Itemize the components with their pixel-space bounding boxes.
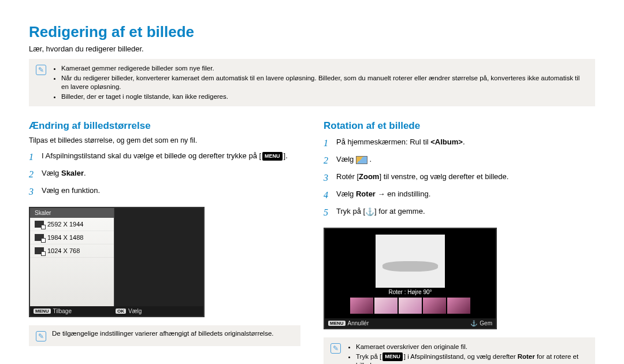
step-number: 5	[324, 206, 336, 220]
lcd-menu-item[interactable]: 1984 X 1488	[30, 231, 114, 244]
top-note-item: Kameraet gemmer redigerede billeder som …	[61, 64, 588, 73]
bold-term: Roter	[356, 190, 376, 198]
right-note-box: ✎ Kameraet overskriver den originale fil…	[324, 337, 595, 364]
right-note-item: Tryk på [MENU] i Afspilningstilstand, og…	[356, 352, 588, 364]
top-note-content: Kameraet gemmer redigerede billeder som …	[52, 64, 588, 102]
bold-term: <Album>	[430, 138, 463, 146]
left-step-1: 1 I Afspilningstilstand skal du vælge et…	[29, 150, 300, 164]
menu-tag: MENU	[328, 321, 346, 326]
right-step-1: 1 På hjemmeskærmen: Rul til <Album>.	[324, 136, 595, 150]
note-icon: ✎	[330, 343, 341, 354]
save-anchor-icon: ⚓	[365, 206, 374, 218]
resolution-icon	[35, 221, 44, 228]
lcd-roter-mock: Roter : Højre 90° MENUAnnullér ⚓Gem	[324, 228, 497, 329]
menu-button-label: MENU	[382, 352, 403, 361]
lcd-menu-item[interactable]: 2592 X 1944	[30, 218, 114, 231]
text-fragment: Tryk på [	[336, 207, 365, 216]
top-note-item: Billeder, der er taget i nogle tilstande…	[61, 92, 588, 102]
text-fragment: ] for at gemme.	[374, 207, 425, 216]
step-text: Vælg Roter → en indstilling.	[336, 188, 430, 200]
lcd-main-photo	[376, 235, 445, 288]
lcd-item-label: 1984 X 1488	[47, 234, 83, 241]
lcd-save-group[interactable]: ⚓Gem	[470, 320, 492, 326]
right-note-item: Kameraet overskriver den originale fil.	[356, 343, 588, 352]
right-step-3: 3 Rotér [Zoom] til venstre, og vælg dere…	[324, 171, 595, 185]
left-heading: Ændring af billedstørrelse	[29, 120, 300, 132]
thumbnail[interactable]	[399, 298, 422, 314]
text-fragment: ] til venstre, og vælg derefter et bille…	[379, 172, 508, 181]
top-note-item: Når du redigerer billeder, konverterer k…	[61, 74, 588, 92]
bold-term: Skaler	[61, 169, 84, 177]
right-step-5: 5 Tryk på [⚓] for at gemme.	[324, 206, 595, 220]
step-text: Rotér [Zoom] til venstre, og vælg dereft…	[336, 171, 508, 183]
top-note-box: ✎ Kameraet gemmer redigerede billeder so…	[29, 59, 595, 106]
lcd-preview-area	[114, 208, 203, 306]
text-fragment: I Afspilningstilstand skal du vælge et b…	[42, 151, 261, 160]
left-note-box: ✎ De tilgængelige indstillinger varierer…	[29, 325, 300, 346]
step-text: I Afspilningstilstand skal du vælge et b…	[42, 150, 288, 162]
lcd-save-text: Gem	[480, 320, 492, 326]
note-text: De tilgængelige indstillinger varierer a…	[52, 330, 274, 337]
thumbnail[interactable]	[374, 298, 398, 314]
lcd-footer-bar: MENUAnnullér ⚓Gem	[325, 318, 496, 328]
step-number: 2	[29, 168, 42, 181]
lcd-overlay-text: Roter : Højre 90°	[388, 289, 432, 295]
text-fragment: Vælg	[42, 169, 61, 177]
step-text: Tryk på [⚓] for at gemme.	[336, 206, 425, 217]
bold-term: Roter	[518, 353, 535, 360]
lcd-ok-group[interactable]: OKVælg	[116, 308, 142, 314]
left-step-2: 2 Vælg Skaler.	[29, 168, 300, 181]
lcd-back-group[interactable]: MENUTilbage	[34, 308, 72, 314]
page-subtitle: Lær, hvordan du redigerer billeder.	[29, 44, 595, 53]
step-text: Vælg en funktion.	[42, 185, 100, 196]
text-fragment: ].	[284, 151, 288, 160]
right-step-4: 4 Vælg Roter → en indstilling.	[324, 188, 595, 202]
text-fragment: Vælg	[336, 190, 356, 198]
lcd-skaler-mock: Skaler 2592 X 1944 1984 X 1488 1024 X 76…	[29, 207, 205, 317]
right-column: Rotation af et billede 1 På hjemmeskærme…	[324, 120, 595, 364]
left-desc: Tilpas et billedes størrelse, og gem det…	[29, 136, 300, 144]
thumbnail-strip	[350, 298, 470, 314]
right-note-content: Kameraet overskriver den originale fil. …	[347, 342, 588, 364]
step-number: 3	[29, 185, 42, 199]
lcd-cancel-group[interactable]: MENUAnnullér	[328, 320, 369, 326]
note-icon: ✎	[36, 331, 46, 341]
left-step-3: 3 Vælg en funktion.	[29, 185, 300, 199]
step-text: Vælg Skaler.	[42, 168, 86, 179]
thumbnail[interactable]	[423, 298, 446, 314]
lcd-ok-text: Vælg	[128, 308, 142, 314]
text-fragment: .	[463, 138, 465, 146]
text-fragment: På hjemmeskærmen: Rul til	[336, 138, 430, 146]
step-number: 1	[29, 150, 42, 164]
resolution-icon	[35, 247, 44, 254]
lcd-item-label: 2592 X 1944	[47, 221, 83, 228]
text-fragment: Rotér [	[336, 172, 359, 181]
ok-tag: OK	[116, 309, 126, 314]
text-fragment: .	[367, 155, 372, 164]
thumbnail[interactable]	[447, 298, 470, 314]
step-number: 2	[324, 154, 336, 168]
text-fragment: → en indstilling.	[376, 190, 430, 198]
step-number: 1	[324, 136, 336, 150]
lcd-menu-title: Skaler	[30, 208, 114, 218]
left-note-content: De tilgængelige indstillinger varierer a…	[52, 330, 274, 337]
text-fragment: Tryk på [	[356, 353, 381, 360]
left-column: Ændring af billedstørrelse Tilpas et bil…	[29, 120, 300, 364]
step-text: Vælg .	[336, 154, 372, 165]
text-fragment: ] i Afspilningstilstand, og vælg derefte…	[404, 353, 518, 360]
page-title: Redigering af et billede	[29, 23, 595, 41]
step-text: På hjemmeskærmen: Rul til <Album>.	[336, 136, 465, 148]
bold-term: Zoom	[359, 172, 379, 181]
resolution-icon	[35, 234, 44, 241]
note-icon: ✎	[36, 65, 46, 75]
thumbnail[interactable]	[350, 298, 373, 314]
text-fragment: Vælg	[336, 155, 356, 164]
right-step-2: 2 Vælg .	[324, 154, 595, 168]
text-fragment: .	[84, 169, 86, 177]
lcd-menu-item[interactable]: 1024 X 768	[30, 244, 114, 258]
menu-tag: MENU	[34, 309, 51, 314]
lcd-cancel-text: Annullér	[348, 320, 369, 326]
step-number: 4	[324, 188, 336, 202]
menu-button-label: MENU	[262, 152, 283, 161]
right-heading: Rotation af et billede	[324, 120, 595, 132]
